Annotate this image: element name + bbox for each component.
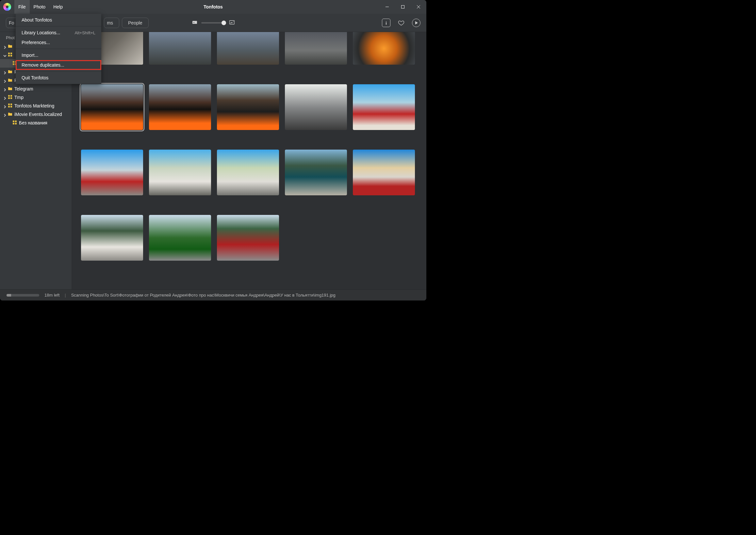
sidebar-item-label: Tmp — [14, 95, 23, 100]
zoom-slider[interactable] — [201, 22, 225, 23]
collection-icon — [8, 52, 13, 58]
play-button[interactable] — [412, 19, 421, 27]
menu-item-shortcut: Alt+Shift+L — [74, 30, 95, 35]
sidebar-item-9[interactable]: Без названия — [0, 119, 72, 127]
zoom-slider-handle[interactable] — [221, 20, 226, 25]
svg-marker-10 — [415, 21, 418, 24]
file-dropdown-menu: About Tonfotos Library Locations... Alt+… — [16, 14, 101, 84]
tab-people[interactable]: People — [122, 18, 149, 28]
sidebar-item-5[interactable]: Telegram — [0, 85, 72, 93]
svg-rect-12 — [11, 53, 12, 54]
thumbnail[interactable] — [217, 84, 279, 130]
menu-item-import[interactable]: Import... — [16, 50, 101, 60]
window-controls — [379, 0, 426, 14]
menu-file[interactable]: File — [15, 0, 30, 14]
sidebar-item-8[interactable]: iMovie Events.localized — [0, 110, 72, 119]
svg-rect-28 — [15, 121, 17, 122]
chevron-right-icon — [3, 79, 7, 82]
thumbnail[interactable] — [285, 150, 347, 195]
sidebar-item-7[interactable]: Tonfotos Markteting — [0, 101, 72, 110]
status-scanning-text: Scanning Photos\To Sort\Фотографии от Ро… — [71, 293, 335, 297]
zoom-small-icon — [192, 20, 197, 26]
folder-icon — [8, 86, 13, 92]
sidebar-item-label: iMovie Events.localized — [14, 112, 62, 117]
svg-rect-23 — [8, 103, 10, 105]
thumbnail[interactable] — [81, 84, 143, 130]
folder-icon — [8, 44, 13, 49]
svg-rect-21 — [8, 97, 10, 99]
svg-rect-20 — [11, 95, 12, 97]
chevron-right-icon — [3, 45, 7, 48]
menu-item-label: Import... — [21, 53, 38, 58]
menu-item-preferences[interactable]: Preferences... — [16, 38, 101, 47]
folder-icon — [8, 69, 13, 75]
status-separator: | — [65, 293, 66, 297]
menu-photo[interactable]: Photo — [30, 0, 50, 14]
menu-item-remove-duplicates[interactable]: Remove duplicates... — [16, 60, 101, 70]
thumbnail[interactable] — [217, 32, 279, 65]
menu-item-library-locations[interactable]: Library Locations... Alt+Shift+L — [16, 28, 101, 38]
chevron-right-icon — [3, 113, 7, 116]
menu-item-label: About Tonfotos — [21, 17, 52, 22]
scan-progress — [7, 294, 39, 296]
thumbnail[interactable] — [285, 32, 347, 65]
chevron-right-icon — [3, 87, 7, 91]
collection-icon — [13, 120, 17, 126]
scan-progress-fill — [7, 294, 11, 296]
chevron-right-icon — [3, 104, 7, 107]
titlebar: File Photo Help Tonfotos — [0, 0, 426, 14]
thumbnail-grid[interactable] — [72, 32, 426, 289]
chevron-none-icon — [8, 121, 11, 125]
menu-item-label: Quit Tonfotos — [21, 75, 48, 80]
svg-rect-22 — [11, 97, 12, 99]
menu-separator — [16, 26, 101, 26]
thumbnail[interactable] — [149, 215, 211, 261]
close-button[interactable] — [411, 0, 426, 14]
svg-rect-13 — [8, 55, 10, 57]
menu-help[interactable]: Help — [49, 0, 67, 14]
thumbnail[interactable] — [149, 84, 211, 130]
thumbnail[interactable] — [149, 150, 211, 195]
maximize-button[interactable] — [395, 0, 411, 14]
thumbnail-zoom — [192, 20, 235, 26]
sidebar-item-label: Tonfotos Markteting — [14, 103, 54, 108]
svg-rect-11 — [8, 53, 10, 54]
statusbar: 18m left | Scanning Photos\To Sort\Фотог… — [0, 289, 426, 300]
svg-rect-14 — [11, 55, 12, 57]
thumbnail[interactable] — [353, 32, 415, 65]
menu-item-quit[interactable]: Quit Tonfotos — [16, 73, 101, 83]
tab-albums[interactable]: ms — [104, 18, 119, 28]
thumbnail[interactable] — [285, 84, 347, 130]
svg-rect-4 — [192, 21, 197, 24]
svg-rect-1 — [401, 6, 404, 9]
svg-rect-25 — [8, 106, 10, 107]
menu-item-about[interactable]: About Tonfotos — [16, 15, 101, 25]
folder-icon — [8, 112, 13, 117]
app-logo — [3, 3, 11, 11]
svg-rect-29 — [13, 123, 15, 125]
toolbar-right-icons — [382, 19, 421, 27]
chevron-none-icon — [8, 62, 11, 65]
thumbnail[interactable] — [81, 150, 143, 195]
info-button[interactable] — [382, 19, 391, 27]
svg-rect-6 — [229, 20, 234, 24]
thumbnail[interactable] — [217, 215, 279, 261]
thumbnail[interactable] — [353, 84, 415, 130]
svg-rect-19 — [8, 95, 10, 97]
svg-rect-17 — [13, 63, 15, 65]
svg-rect-26 — [11, 106, 12, 107]
sidebar-item-6[interactable]: Tmp — [0, 93, 72, 101]
collection-icon — [8, 95, 13, 100]
thumbnail[interactable] — [81, 215, 143, 261]
favorite-button[interactable] — [397, 19, 405, 27]
menubar: File Photo Help — [15, 0, 67, 14]
minimize-button[interactable] — [379, 0, 395, 14]
svg-rect-15 — [13, 61, 15, 63]
thumbnail[interactable] — [149, 32, 211, 65]
folder-icon — [8, 78, 13, 83]
menu-separator — [16, 71, 101, 71]
sidebar-item-label: Telegram — [14, 86, 33, 92]
collection-icon — [8, 103, 13, 109]
thumbnail[interactable] — [217, 150, 279, 195]
thumbnail[interactable] — [353, 150, 415, 195]
